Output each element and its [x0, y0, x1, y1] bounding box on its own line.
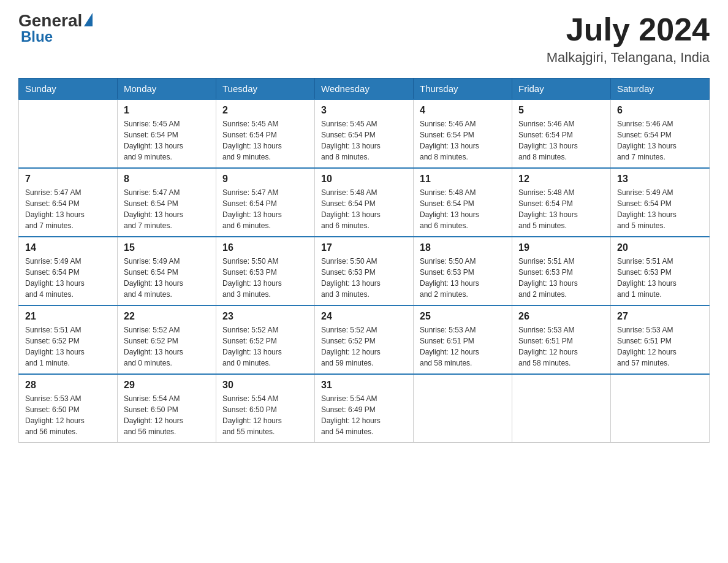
calendar-week-row: 14Sunrise: 5:49 AM Sunset: 6:54 PM Dayli… — [19, 237, 710, 305]
day-number: 14 — [25, 242, 111, 253]
logo: General Blue — [18, 12, 93, 44]
day-info: Sunrise: 5:46 AM Sunset: 6:54 PM Dayligh… — [518, 118, 604, 163]
day-number: 5 — [518, 105, 604, 116]
day-number: 11 — [420, 174, 506, 185]
calendar-cell: 15Sunrise: 5:49 AM Sunset: 6:54 PM Dayli… — [118, 237, 216, 305]
day-info: Sunrise: 5:52 AM Sunset: 6:52 PM Dayligh… — [222, 324, 308, 369]
calendar-week-row: 7Sunrise: 5:47 AM Sunset: 6:54 PM Daylig… — [19, 168, 710, 237]
day-info: Sunrise: 5:52 AM Sunset: 6:52 PM Dayligh… — [321, 324, 407, 369]
calendar-cell — [512, 374, 611, 443]
day-info: Sunrise: 5:54 AM Sunset: 6:50 PM Dayligh… — [124, 393, 210, 437]
day-number: 9 — [222, 174, 308, 185]
calendar-cell: 11Sunrise: 5:48 AM Sunset: 6:54 PM Dayli… — [414, 168, 512, 237]
logo-arrow-icon — [84, 13, 93, 26]
day-number: 23 — [222, 311, 308, 322]
calendar-week-row: 28Sunrise: 5:53 AM Sunset: 6:50 PM Dayli… — [19, 374, 710, 443]
day-info: Sunrise: 5:50 AM Sunset: 6:53 PM Dayligh… — [222, 256, 308, 300]
day-info: Sunrise: 5:54 AM Sunset: 6:50 PM Dayligh… — [222, 393, 308, 437]
day-number: 6 — [617, 105, 703, 116]
calendar-cell: 13Sunrise: 5:49 AM Sunset: 6:54 PM Dayli… — [611, 168, 710, 237]
day-info: Sunrise: 5:49 AM Sunset: 6:54 PM Dayligh… — [25, 256, 111, 300]
day-info: Sunrise: 5:45 AM Sunset: 6:54 PM Dayligh… — [124, 118, 210, 163]
weekday-header-sunday: Sunday — [19, 79, 118, 100]
day-info: Sunrise: 5:48 AM Sunset: 6:54 PM Dayligh… — [321, 187, 407, 231]
day-number: 16 — [222, 242, 308, 253]
day-info: Sunrise: 5:47 AM Sunset: 6:54 PM Dayligh… — [25, 187, 111, 231]
calendar-cell — [19, 99, 118, 168]
day-number: 27 — [617, 311, 703, 322]
calendar-cell: 18Sunrise: 5:50 AM Sunset: 6:53 PM Dayli… — [414, 237, 512, 305]
day-info: Sunrise: 5:46 AM Sunset: 6:54 PM Dayligh… — [617, 118, 703, 163]
day-info: Sunrise: 5:47 AM Sunset: 6:54 PM Dayligh… — [222, 187, 308, 231]
calendar-cell: 14Sunrise: 5:49 AM Sunset: 6:54 PM Dayli… — [19, 237, 118, 305]
weekday-header-tuesday: Tuesday — [216, 79, 315, 100]
calendar-cell: 17Sunrise: 5:50 AM Sunset: 6:53 PM Dayli… — [315, 237, 414, 305]
day-number: 29 — [124, 380, 210, 391]
weekday-header-friday: Friday — [512, 79, 611, 100]
calendar-cell: 24Sunrise: 5:52 AM Sunset: 6:52 PM Dayli… — [315, 305, 414, 374]
day-number: 19 — [518, 242, 604, 253]
day-number: 21 — [25, 311, 111, 322]
day-info: Sunrise: 5:45 AM Sunset: 6:54 PM Dayligh… — [321, 118, 407, 163]
calendar-cell: 8Sunrise: 5:47 AM Sunset: 6:54 PM Daylig… — [118, 168, 216, 237]
calendar-cell: 23Sunrise: 5:52 AM Sunset: 6:52 PM Dayli… — [216, 305, 315, 374]
day-info: Sunrise: 5:48 AM Sunset: 6:54 PM Dayligh… — [420, 187, 506, 231]
day-info: Sunrise: 5:51 AM Sunset: 6:52 PM Dayligh… — [25, 324, 111, 369]
day-info: Sunrise: 5:47 AM Sunset: 6:54 PM Dayligh… — [124, 187, 210, 231]
day-info: Sunrise: 5:52 AM Sunset: 6:52 PM Dayligh… — [124, 324, 210, 369]
calendar-cell: 28Sunrise: 5:53 AM Sunset: 6:50 PM Dayli… — [19, 374, 118, 443]
calendar-cell: 4Sunrise: 5:46 AM Sunset: 6:54 PM Daylig… — [414, 99, 512, 168]
logo-general-text: General — [18, 12, 82, 29]
calendar-cell: 20Sunrise: 5:51 AM Sunset: 6:53 PM Dayli… — [611, 237, 710, 305]
calendar-cell: 22Sunrise: 5:52 AM Sunset: 6:52 PM Dayli… — [118, 305, 216, 374]
day-info: Sunrise: 5:50 AM Sunset: 6:53 PM Dayligh… — [321, 256, 407, 300]
calendar-cell: 25Sunrise: 5:53 AM Sunset: 6:51 PM Dayli… — [414, 305, 512, 374]
calendar-cell: 27Sunrise: 5:53 AM Sunset: 6:51 PM Dayli… — [611, 305, 710, 374]
calendar-cell: 21Sunrise: 5:51 AM Sunset: 6:52 PM Dayli… — [19, 305, 118, 374]
calendar-cell: 6Sunrise: 5:46 AM Sunset: 6:54 PM Daylig… — [611, 99, 710, 168]
day-number: 17 — [321, 242, 407, 253]
calendar-cell: 30Sunrise: 5:54 AM Sunset: 6:50 PM Dayli… — [216, 374, 315, 443]
day-number: 25 — [420, 311, 506, 322]
day-info: Sunrise: 5:51 AM Sunset: 6:53 PM Dayligh… — [617, 256, 703, 300]
day-number: 26 — [518, 311, 604, 322]
day-number: 1 — [124, 105, 210, 116]
day-number: 13 — [617, 174, 703, 185]
day-number: 20 — [617, 242, 703, 253]
day-number: 18 — [420, 242, 506, 253]
calendar-cell: 7Sunrise: 5:47 AM Sunset: 6:54 PM Daylig… — [19, 168, 118, 237]
calendar-week-row: 21Sunrise: 5:51 AM Sunset: 6:52 PM Dayli… — [19, 305, 710, 374]
day-number: 30 — [222, 380, 308, 391]
day-info: Sunrise: 5:53 AM Sunset: 6:51 PM Dayligh… — [617, 324, 703, 369]
calendar-cell: 3Sunrise: 5:45 AM Sunset: 6:54 PM Daylig… — [315, 99, 414, 168]
weekday-header-wednesday: Wednesday — [315, 79, 414, 100]
calendar-cell: 19Sunrise: 5:51 AM Sunset: 6:53 PM Dayli… — [512, 237, 611, 305]
day-info: Sunrise: 5:50 AM Sunset: 6:53 PM Dayligh… — [420, 256, 506, 300]
day-info: Sunrise: 5:46 AM Sunset: 6:54 PM Dayligh… — [420, 118, 506, 163]
calendar-cell: 10Sunrise: 5:48 AM Sunset: 6:54 PM Dayli… — [315, 168, 414, 237]
day-info: Sunrise: 5:53 AM Sunset: 6:51 PM Dayligh… — [420, 324, 506, 369]
day-number: 28 — [25, 380, 111, 391]
calendar-cell — [414, 374, 512, 443]
day-info: Sunrise: 5:49 AM Sunset: 6:54 PM Dayligh… — [124, 256, 210, 300]
day-info: Sunrise: 5:54 AM Sunset: 6:49 PM Dayligh… — [321, 393, 407, 437]
day-number: 4 — [420, 105, 506, 116]
month-year-title: July 2024 — [547, 12, 710, 47]
weekday-header-thursday: Thursday — [414, 79, 512, 100]
page-header: General Blue July 2024 Malkajgiri, Telan… — [18, 12, 710, 66]
calendar-cell: 5Sunrise: 5:46 AM Sunset: 6:54 PM Daylig… — [512, 99, 611, 168]
day-number: 7 — [25, 174, 111, 185]
day-number: 3 — [321, 105, 407, 116]
day-number: 22 — [124, 311, 210, 322]
day-number: 15 — [124, 242, 210, 253]
day-number: 8 — [124, 174, 210, 185]
day-number: 24 — [321, 311, 407, 322]
calendar-cell: 31Sunrise: 5:54 AM Sunset: 6:49 PM Dayli… — [315, 374, 414, 443]
calendar-cell: 12Sunrise: 5:48 AM Sunset: 6:54 PM Dayli… — [512, 168, 611, 237]
calendar-table: SundayMondayTuesdayWednesdayThursdayFrid… — [18, 78, 710, 443]
weekday-header-monday: Monday — [118, 79, 216, 100]
calendar-cell: 16Sunrise: 5:50 AM Sunset: 6:53 PM Dayli… — [216, 237, 315, 305]
day-info: Sunrise: 5:53 AM Sunset: 6:51 PM Dayligh… — [518, 324, 604, 369]
calendar-cell: 9Sunrise: 5:47 AM Sunset: 6:54 PM Daylig… — [216, 168, 315, 237]
day-info: Sunrise: 5:48 AM Sunset: 6:54 PM Dayligh… — [518, 187, 604, 231]
